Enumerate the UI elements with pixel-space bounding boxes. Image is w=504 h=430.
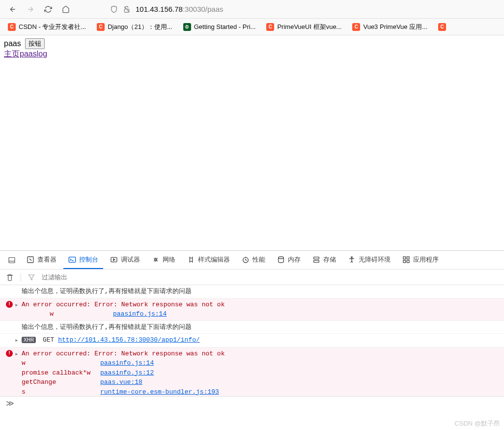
svg-rect-8 — [314, 260, 319, 262]
url-text: 101.43.156.78:30030/paas — [136, 5, 224, 13]
svg-rect-1 — [9, 257, 15, 263]
browser-toolbar: 101.43.156.78:30030/paas — [0, 0, 504, 19]
favicon-icon: C — [438, 23, 446, 31]
page-button[interactable]: 按钮 — [25, 38, 45, 49]
svg-point-6 — [279, 257, 284, 259]
filter-input[interactable] — [42, 273, 498, 281]
bookmark-item[interactable]: CPrimeVueUI 框架vue... — [262, 21, 345, 33]
insecure-icon — [123, 5, 131, 13]
svg-rect-13 — [407, 260, 409, 263]
console-error-row[interactable]: ! ▸ An error occurred: Error: Network re… — [0, 348, 504, 397]
bookmark-item[interactable]: C — [434, 21, 450, 33]
xhr-badge: XHR — [22, 337, 36, 343]
source-link[interactable]: paasinfo.js:14 — [113, 309, 167, 319]
home-button[interactable] — [58, 1, 74, 17]
error-icon: ! — [6, 350, 13, 357]
bookmark-item[interactable]: CCSDN - 专业开发者社... — [4, 21, 90, 33]
tab-memory[interactable]: 内存 — [272, 251, 306, 269]
filter-icon — [28, 274, 35, 281]
svg-point-9 — [351, 257, 353, 258]
svg-rect-7 — [314, 257, 319, 259]
tab-accessibility[interactable]: 无障碍环境 — [343, 251, 395, 269]
expand-arrow-icon[interactable]: ▸ — [15, 335, 22, 346]
favicon-icon: C — [8, 23, 16, 31]
favicon-icon: C — [266, 23, 274, 31]
source-link[interactable]: paasinfo.js:12 — [100, 368, 154, 378]
forward-button[interactable] — [23, 1, 38, 17]
bookmarks-bar: CCSDN - 专业开发者社... CDjango（21）：使用... ♔Get… — [0, 19, 504, 35]
devtools-panel: 查看器 控制台 调试器 网络 样式编辑器 性能 内存 存储 — [0, 250, 504, 410]
url-bar[interactable]: 101.43.156.78:30030/paas — [105, 2, 499, 17]
console-filter-bar — [0, 269, 504, 285]
tab-debugger[interactable]: 调试器 — [105, 251, 145, 269]
request-url-link[interactable]: http://101.43.156.78:30030/app1/info/ — [58, 336, 200, 344]
back-button[interactable] — [5, 1, 21, 17]
expand-arrow-icon[interactable]: ▸ — [15, 300, 22, 310]
tab-inspector[interactable]: 查看器 — [22, 251, 61, 269]
favicon-icon: C — [97, 23, 105, 31]
svg-rect-11 — [407, 257, 409, 259]
shield-icon — [110, 5, 118, 13]
tab-network[interactable]: 网络 — [147, 251, 180, 269]
tab-console[interactable]: 控制台 — [63, 251, 103, 269]
svg-rect-4 — [111, 257, 117, 262]
svg-rect-3 — [69, 257, 75, 262]
bookmark-item[interactable]: CDjango（21）：使用... — [93, 21, 176, 33]
source-link[interactable]: runtime-core.esm-bundler.js:193 — [100, 387, 219, 397]
bookmark-item[interactable]: ♔Getting Started - Pri... — [179, 21, 260, 33]
devtools-tabbar: 查看器 控制台 调试器 网络 样式编辑器 性能 内存 存储 — [0, 251, 504, 269]
svg-rect-10 — [403, 257, 406, 259]
tab-styleeditor[interactable]: 样式编辑器 — [182, 251, 235, 269]
error-icon: ! — [6, 301, 13, 308]
favicon-icon: ♔ — [183, 23, 191, 31]
tab-storage[interactable]: 存储 — [308, 251, 341, 269]
bookmark-item[interactable]: CVue3 PrimeVue 应用... — [348, 21, 431, 33]
console-prompt[interactable]: ≫ — [0, 396, 504, 410]
console-log-row: 输出个信息，证明函数执行了,再有报错就是下面请求的问题 — [0, 285, 504, 298]
svg-rect-12 — [403, 260, 406, 263]
favicon-icon: C — [352, 23, 360, 31]
console-output: 输出个信息，证明函数执行了,再有报错就是下面请求的问题 ! ▸ An error… — [0, 285, 504, 396]
console-xhr-row[interactable]: ▸ XHR GET http://101.43.156.78:30030/app… — [0, 334, 504, 348]
page-viewport: paas 按钮 主页paaslog — [0, 35, 504, 250]
source-link[interactable]: paasinfo.js:14 — [100, 358, 154, 368]
devtools-dock-button[interactable] — [4, 252, 20, 268]
tab-performance[interactable]: 性能 — [237, 251, 270, 269]
tab-application[interactable]: 应用程序 — [397, 251, 444, 269]
console-log-row: 输出个信息，证明函数执行了,再有报错就是下面请求的问题 — [0, 321, 504, 334]
page-text: paas — [4, 39, 21, 48]
clear-console-button[interactable] — [6, 273, 14, 281]
page-link[interactable]: 主页paaslog — [4, 50, 47, 58]
expand-arrow-icon[interactable]: ▸ — [15, 349, 22, 359]
console-error-row[interactable]: ! ▸ An error occurred: Error: Network re… — [0, 298, 504, 321]
source-link[interactable]: paas.vue:18 — [100, 377, 142, 387]
reload-button[interactable] — [40, 1, 56, 17]
